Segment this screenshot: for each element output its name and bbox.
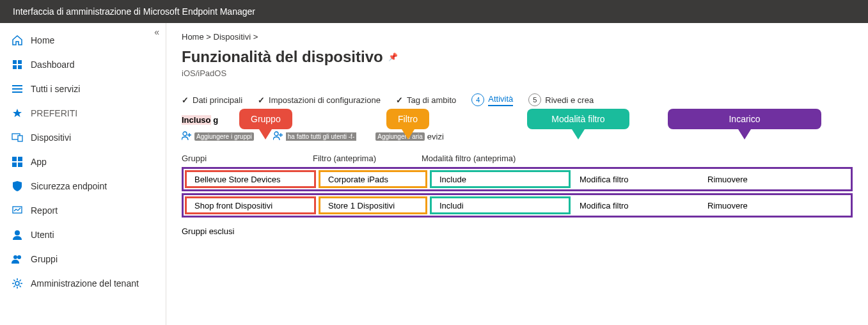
apps-icon <box>10 157 24 167</box>
edit-filter-link[interactable]: Modifica filtro <box>572 195 700 216</box>
svg-rect-0 <box>13 60 17 64</box>
person-add-icon <box>273 131 283 142</box>
svg-rect-11 <box>12 162 17 167</box>
step-assignments[interactable]: 4 Attività <box>471 93 513 106</box>
sidebar-item-home[interactable]: Home <box>0 28 166 52</box>
add-all-users-button[interactable]: ha fatto tutti gli utenti -f- <box>273 131 357 142</box>
excluded-groups-label: Gruppi esclusi <box>182 226 853 236</box>
table-header: Gruppi Filtro (anteprima) Modalità filtr… <box>182 154 853 163</box>
dashboard-icon <box>10 59 24 70</box>
sidebar-item-label: PREFERITI <box>31 108 77 118</box>
step-config[interactable]: ✓ Impostazioni di configurazione <box>258 95 381 105</box>
sidebar-item-reports[interactable]: Report <box>0 198 166 223</box>
topbar: Interfaccia di amministrazione di Micros… <box>0 0 868 23</box>
report-icon <box>10 206 24 215</box>
svg-point-19 <box>274 132 278 136</box>
cell-filter: Store 1 Dispositivi <box>319 196 427 214</box>
table-row: Bellevue Store Devices Corporate iPads I… <box>182 167 853 191</box>
sidebar-item-label: Utenti <box>31 230 54 240</box>
cell-mode: Include <box>430 170 571 188</box>
col-header-filter: Filtro (anteprima) <box>313 154 422 163</box>
sidebar-item-label: Amministrazione del tenant <box>31 278 139 289</box>
gear-icon <box>10 278 24 289</box>
step-review[interactable]: 5 Rivedi e crea <box>528 93 594 106</box>
cell-mode: Includi <box>430 196 571 214</box>
pin-icon[interactable]: 📌 <box>388 52 398 61</box>
list-icon <box>10 85 24 93</box>
sidebar-item-label: Dispositivi <box>31 132 71 143</box>
cell-group: Bellevue Store Devices <box>185 170 316 188</box>
sidebar-item-devices[interactable]: Dispositivi <box>0 125 166 150</box>
collapse-icon[interactable]: « <box>154 27 159 37</box>
check-icon: ✓ <box>182 95 189 105</box>
svg-point-16 <box>17 255 21 259</box>
breadcrumb-devices[interactable]: Dispositivi > <box>214 32 258 42</box>
svg-rect-1 <box>18 60 22 64</box>
remove-link[interactable]: Rimuovere <box>700 195 777 216</box>
sidebar-item-dashboard[interactable]: Dashboard <box>0 52 166 77</box>
svg-rect-2 <box>13 65 17 69</box>
svg-rect-8 <box>18 136 22 141</box>
edit-filter-link[interactable]: Modifica filtro <box>572 169 700 189</box>
breadcrumb-home[interactable]: Home > <box>182 32 211 42</box>
cell-filter: Corporate iPads <box>319 170 427 188</box>
svg-point-17 <box>15 281 19 285</box>
app-title: Interfaccia di amministrazione di Micros… <box>13 6 255 17</box>
sidebar-item-label: Report <box>31 205 58 216</box>
sidebar-item-users[interactable]: Utenti <box>0 223 166 247</box>
sidebar-item-apps[interactable]: App <box>0 150 166 174</box>
step-basics[interactable]: ✓ Dati principali <box>182 95 242 105</box>
check-icon: ✓ <box>396 95 403 105</box>
star-icon <box>10 108 24 118</box>
person-add-icon <box>182 131 192 142</box>
cell-group: Shop front Dispositivi <box>185 196 316 214</box>
sidebar-item-label: Sicurezza endpoint <box>31 181 107 191</box>
sidebar-item-label: Tutti i servizi <box>31 84 80 94</box>
sidebar-item-label: Gruppi <box>31 254 58 264</box>
svg-rect-12 <box>18 162 22 167</box>
step-scope[interactable]: ✓ Tag di ambito <box>396 95 456 105</box>
sidebar-item-endpoint-security[interactable]: Sicurezza endpoint <box>0 174 166 198</box>
sidebar-item-label: Dashboard <box>31 59 75 70</box>
sidebar-item-favorites[interactable]: PREFERITI <box>0 101 166 125</box>
svg-point-15 <box>13 255 17 259</box>
sidebar-item-all-services[interactable]: Tutti i servizi <box>0 77 166 101</box>
wizard-steps: ✓ Dati principali ✓ Impostazioni di conf… <box>182 93 853 106</box>
add-actions: Aggiungere i gruppi ha fatto tutti gli u… <box>182 131 853 142</box>
add-all-devices-button[interactable]: Aggiungere aria evizi <box>375 131 444 142</box>
group-icon <box>10 255 24 264</box>
shield-icon <box>10 181 24 191</box>
svg-rect-3 <box>18 65 22 69</box>
col-header-mode: Modalità filtro (anteprima) <box>422 154 562 163</box>
col-header-group: Gruppi <box>182 154 313 163</box>
sidebar-item-groups[interactable]: Gruppi <box>0 247 166 271</box>
sidebar-item-label: Home <box>31 35 54 45</box>
add-groups-button[interactable]: Aggiungere i gruppi <box>182 131 254 142</box>
sidebar: « Home Dashboard Tutti i servizi PREFERI… <box>0 23 166 325</box>
page-subtitle: iOS/iPadOS <box>182 68 853 78</box>
sidebar-item-tenant-admin[interactable]: Amministrazione del tenant <box>0 271 166 296</box>
svg-point-18 <box>183 132 187 136</box>
user-icon <box>10 230 24 240</box>
svg-rect-10 <box>18 157 22 161</box>
remove-link[interactable]: Rimuovere <box>700 169 777 189</box>
svg-point-14 <box>15 230 20 235</box>
table-row: Shop front Dispositivi Store 1 Dispositi… <box>182 193 853 218</box>
page-title: Funzionalità del dispositivo 📌 <box>182 48 853 66</box>
home-icon <box>10 35 24 45</box>
svg-rect-9 <box>12 157 17 161</box>
included-groups-label: Incluso g <box>182 115 853 125</box>
devices-icon <box>10 133 24 142</box>
check-icon: ✓ <box>258 95 265 105</box>
breadcrumb[interactable]: Home > Dispositivi > <box>182 32 853 42</box>
sidebar-item-label: App <box>31 157 47 167</box>
main-content: Home > Dispositivi > Funzionalità del di… <box>166 23 868 325</box>
